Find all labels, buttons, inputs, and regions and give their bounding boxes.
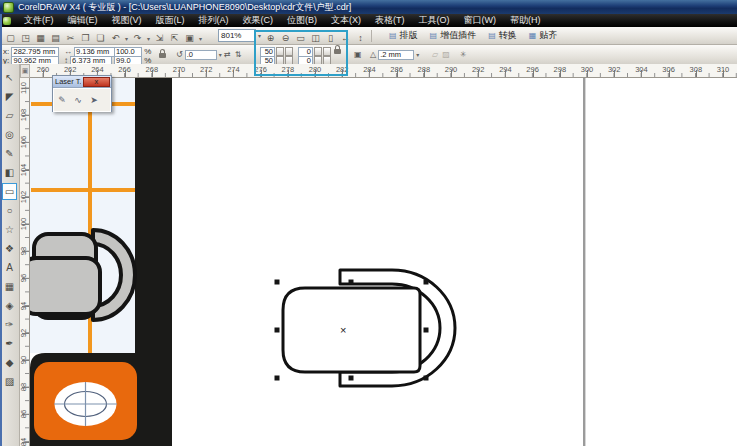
laser-toolbar-close-icon[interactable]: x bbox=[83, 77, 111, 87]
laser-pen-tool-icon[interactable]: ✎ bbox=[54, 95, 70, 105]
paste-icon[interactable]: ❏ bbox=[93, 32, 108, 45]
vruler-tick bbox=[22, 142, 29, 143]
menu-item-bitmaps[interactable]: 位图(B) bbox=[280, 14, 324, 27]
rectangle-tool[interactable]: ▭ bbox=[2, 183, 17, 200]
laser-toolbar-titlebar[interactable]: Laser T... x bbox=[53, 76, 111, 88]
new-icon[interactable]: ▢ bbox=[3, 32, 18, 45]
snap-button[interactable]: ▦贴齐 bbox=[529, 29, 558, 42]
save-icon[interactable]: ▦ bbox=[33, 32, 48, 45]
door-panel-rect[interactable] bbox=[283, 288, 420, 372]
menu-item-effects[interactable]: 效果(C) bbox=[236, 14, 281, 27]
redo-icon-dropdown[interactable]: ▾ bbox=[145, 35, 152, 42]
corner-radius-lock-icon[interactable] bbox=[334, 49, 341, 54]
hruler-tick bbox=[696, 70, 697, 77]
crop-tool[interactable]: ▱ bbox=[2, 107, 17, 124]
zoom-tool[interactable]: ◎ bbox=[2, 126, 17, 143]
export-icon[interactable]: ⇱ bbox=[167, 32, 182, 45]
menu-item-layout[interactable]: 版面(L) bbox=[149, 14, 192, 27]
blend-tool[interactable]: ◈ bbox=[2, 297, 17, 314]
corner-spin-icon[interactable] bbox=[323, 47, 331, 56]
polygon-tool[interactable]: ☆ bbox=[2, 221, 17, 238]
zoom-width-icon[interactable]: ↔ bbox=[338, 32, 353, 45]
vruler-tick bbox=[22, 278, 29, 279]
zoom-height-icon[interactable]: ↕ bbox=[353, 32, 368, 45]
undo-icon-dropdown[interactable]: ▾ bbox=[123, 35, 130, 42]
text-tool[interactable]: A bbox=[2, 259, 17, 276]
cut-icon[interactable]: ✂ bbox=[63, 32, 78, 45]
to-front-icon[interactable]: ▱ bbox=[432, 50, 438, 59]
laser-floating-toolbar[interactable]: Laser T... x ✎∿➤ bbox=[52, 75, 112, 112]
snap-button-icon: ▦ bbox=[529, 31, 537, 40]
scale-lock-icon[interactable] bbox=[159, 53, 166, 58]
gray-door-symbol[interactable] bbox=[30, 230, 135, 320]
corner-spin-icon[interactable] bbox=[285, 47, 293, 56]
ruler-origin-button[interactable]: ▣ bbox=[20, 64, 30, 78]
redo-icon[interactable]: ↷ bbox=[130, 32, 145, 45]
menu-item-view[interactable]: 视图(V) bbox=[105, 14, 149, 27]
app-launcher-icon[interactable]: ▣ bbox=[182, 32, 197, 45]
menu-item-window[interactable]: 窗口(W) bbox=[457, 14, 504, 27]
table-tool[interactable]: ▦ bbox=[2, 278, 17, 295]
snap-button-label: 贴齐 bbox=[539, 29, 557, 42]
smart-fill-tool[interactable]: ◧ bbox=[2, 164, 17, 181]
basic-shapes-tool[interactable]: ❖ bbox=[2, 240, 17, 257]
drawing-canvas[interactable]: × bbox=[30, 78, 737, 446]
mirror-vertical-icon[interactable]: ⇅ bbox=[235, 50, 242, 59]
zoom-selected-icon[interactable]: ▭ bbox=[293, 32, 308, 45]
app-launcher-icon-dropdown[interactable]: ▾ bbox=[197, 35, 204, 42]
vruler-tick bbox=[22, 333, 29, 334]
freehand-tool[interactable]: ✎ bbox=[2, 145, 17, 162]
zoom-level-value[interactable]: 801% bbox=[218, 29, 256, 42]
vruler-tick bbox=[22, 306, 29, 307]
vertical-ruler[interactable]: 1101081061041021009896949290888684 bbox=[20, 78, 30, 446]
laser-toolbar-title: Laser T... bbox=[55, 77, 81, 86]
zoom-in-icon[interactable]: ⊕ bbox=[263, 32, 278, 45]
open-icon[interactable]: ◳ bbox=[18, 32, 33, 45]
laser-curve-tool-icon[interactable]: ∿ bbox=[70, 95, 86, 105]
zoom-level-combo[interactable]: 801% ▾ bbox=[218, 29, 263, 42]
plugins-button[interactable]: ▤增值插件 bbox=[430, 29, 477, 42]
menu-item-edit[interactable]: 编辑(E) bbox=[61, 14, 105, 27]
hruler-tick bbox=[533, 70, 534, 77]
hruler-tick bbox=[723, 70, 724, 77]
zoom-out-icon[interactable]: ⊖ bbox=[278, 32, 293, 45]
menu-item-text[interactable]: 文本(X) bbox=[324, 14, 368, 27]
menu-item-file[interactable]: 文件(F) bbox=[17, 14, 61, 27]
outline-width-dropdown-icon[interactable]: ▾ bbox=[414, 51, 421, 58]
outline-pen-tool[interactable]: ✒ bbox=[2, 335, 17, 352]
eyedropper-tool[interactable]: ✑ bbox=[2, 316, 17, 333]
shape-tool[interactable]: ◤ bbox=[2, 88, 17, 105]
outline-width-field[interactable]: .2 mm bbox=[378, 50, 414, 60]
convert-button[interactable]: ▤转换 bbox=[488, 29, 517, 42]
mirror-horizontal-icon[interactable]: ⇄ bbox=[224, 50, 231, 59]
zoom-all-icon[interactable]: ◫ bbox=[308, 32, 323, 45]
to-back-icon[interactable]: ▨ bbox=[442, 50, 450, 59]
laser-arrow-tool-icon[interactable]: ➤ bbox=[86, 95, 102, 105]
undo-icon[interactable]: ↶ bbox=[108, 32, 123, 45]
rotation-angle-field[interactable]: .0 bbox=[185, 50, 217, 60]
vruler-tick bbox=[22, 251, 29, 252]
menu-item-arrange[interactable]: 排列(A) bbox=[192, 14, 236, 27]
corner-spin-icon[interactable] bbox=[276, 47, 284, 56]
import-icon[interactable]: ⇲ bbox=[152, 32, 167, 45]
selected-door-shape[interactable] bbox=[283, 270, 455, 386]
pick-tool[interactable]: ↖ bbox=[2, 69, 17, 86]
print-icon[interactable]: ▤ bbox=[48, 32, 63, 45]
interactive-fill-tool[interactable]: ▨ bbox=[2, 373, 17, 390]
horizontal-ruler[interactable]: 2602622642662682702722742762782802822842… bbox=[30, 64, 737, 78]
x-position-label: x: bbox=[3, 47, 9, 56]
quick-customize-icon[interactable]: ✳ bbox=[460, 50, 467, 59]
hruler-tick bbox=[206, 70, 207, 77]
fill-tool[interactable]: ◆ bbox=[2, 354, 17, 371]
zoom-page-icon[interactable]: ▯ bbox=[323, 32, 338, 45]
menu-item-tools[interactable]: 工具(O) bbox=[412, 14, 457, 27]
corner-spin-icon[interactable] bbox=[314, 47, 322, 56]
ellipse-tool[interactable]: ○ bbox=[2, 202, 17, 219]
layout-button[interactable]: ▤排版 bbox=[389, 29, 418, 42]
selection-center-mark[interactable]: × bbox=[340, 324, 346, 336]
copy-icon[interactable]: ❐ bbox=[78, 32, 93, 45]
text-wrap-icon[interactable]: ▣ bbox=[354, 50, 362, 59]
menu-item-table[interactable]: 表格(T) bbox=[368, 14, 412, 27]
zoom-level-dropdown-icon[interactable]: ▾ bbox=[256, 32, 263, 39]
menu-item-help[interactable]: 帮助(H) bbox=[503, 14, 548, 27]
